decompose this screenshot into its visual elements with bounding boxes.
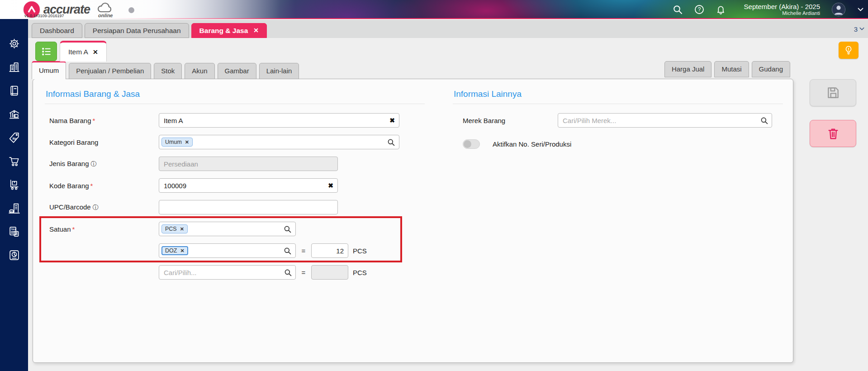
satuan-3-search-input[interactable] [159, 265, 296, 280]
remove-chip-icon[interactable]: ✕ [180, 226, 184, 232]
kode-barang-input[interactable] [159, 178, 338, 193]
search-icon[interactable] [284, 247, 291, 255]
tab-item-a[interactable]: Item A ✕ [60, 41, 107, 62]
sidebar-item-tax[interactable]: TAX [0, 220, 28, 243]
sidebar-item-sales-purchase[interactable] [0, 149, 28, 173]
upc-barcode-input[interactable] [159, 200, 338, 214]
report-chart-icon [8, 249, 20, 262]
section-informasi-barang-jasa: Informasi Barang & Jasa Nama Barang* ✖ K… [45, 86, 425, 287]
tab-akun[interactable]: Akun [185, 63, 214, 79]
user-info[interactable]: September (Akira) - 2025 Michelle Ardian… [744, 3, 820, 16]
serial-toggle-label: Aktifkan No. Seri/Produksi [493, 140, 571, 148]
sidebar-item-inventory[interactable] [0, 173, 28, 196]
sidebar-item-company[interactable] [0, 55, 28, 79]
tab-stok[interactable]: Stok [154, 63, 182, 79]
sidebar-nav: Rp TAX [0, 19, 28, 371]
main-tab-bar: Dashboard Persiapan Data Perusahaan Bara… [28, 20, 868, 38]
tab-penjualan-pembelian[interactable]: Penjualan / Pembelian [69, 63, 151, 79]
search-icon[interactable] [760, 117, 768, 124]
item-form-panel: Informasi Barang & Jasa Nama Barang* ✖ K… [33, 79, 793, 363]
tab-gudang[interactable]: Gudang [752, 61, 790, 77]
search-icon[interactable] [284, 269, 292, 276]
sidebar-item-fixed-assets[interactable] [0, 196, 28, 220]
kategori-barang-select[interactable]: Umum ✕ [159, 135, 399, 149]
help-icon[interactable]: ? [694, 5, 704, 14]
clear-input-icon[interactable]: ✖ [328, 182, 333, 189]
close-item-tab-icon[interactable]: ✕ [93, 48, 98, 56]
remove-chip-icon[interactable]: ✕ [185, 139, 189, 145]
satuan-1-chip: PCS ✕ [161, 224, 188, 233]
brand-subtitle: online [98, 13, 113, 18]
delete-button[interactable] [810, 120, 856, 147]
active-period: September (Akira) - 2025 [744, 3, 820, 10]
search-icon[interactable] [387, 138, 395, 146]
form-tab-group-right: Harga Jual Mutasi Gudang [664, 61, 790, 77]
nama-barang-label: Nama Barang* [45, 117, 159, 124]
tab-persiapan-data-perusahaan[interactable]: Persiapan Data Perusahaan [85, 23, 189, 38]
jenis-barang-input [159, 157, 338, 171]
user-name: Michelle Ardianti [744, 10, 820, 16]
required-asterisk: * [90, 182, 93, 190]
tab-umum[interactable]: Umum [32, 61, 66, 79]
tab-dashboard[interactable]: Dashboard [32, 23, 82, 38]
price-tag-rp-icon: Rp [8, 132, 20, 144]
field-nama-barang: Nama Barang* ✖ [45, 113, 425, 128]
cloud-online-icon: online [94, 1, 117, 18]
field-kategori-barang: Kategori Barang Umum ✕ [45, 135, 425, 149]
required-asterisk: * [93, 117, 95, 124]
tab-harga-jual[interactable]: Harga Jual [664, 61, 712, 77]
kode-barang-label: Kode Barang* [45, 182, 159, 190]
sidebar-item-reports[interactable] [0, 243, 28, 267]
dot-decoration [128, 7, 134, 13]
serial-number-toggle[interactable] [463, 139, 480, 149]
equals-sign: = [296, 269, 311, 276]
field-upc-barcode: UPC/Barcodeⓘ [45, 200, 425, 214]
notification-bell-icon[interactable] [716, 5, 726, 14]
tab-gambar[interactable]: Gambar [218, 63, 256, 79]
tips-bulb-icon [844, 45, 854, 56]
save-button[interactable] [810, 79, 856, 106]
section-informasi-lainnya: Informasi Lainnya Merek Barang Aktifkan … [453, 86, 783, 158]
field-jenis-barang: Jenis Barangⓘ [45, 157, 425, 171]
save-disk-icon [826, 86, 840, 100]
toggle-knob [464, 140, 471, 148]
section-title: Informasi Barang & Jasa [45, 86, 425, 104]
header-actions: ? September (Akira) - 2025 Michelle Ardi… [673, 0, 863, 19]
satuan-3-base-unit: PCS [353, 269, 367, 276]
sidebar-item-cash-bank[interactable] [0, 102, 28, 126]
tab-counter-value: 3 [854, 25, 858, 33]
clear-input-icon[interactable]: ✖ [389, 117, 395, 124]
tax-calculator-icon: TAX [8, 226, 20, 238]
satuan-1-select[interactable]: PCS ✕ [159, 222, 296, 236]
tab-barang-jasa[interactable]: Barang & Jasa ✕ [191, 23, 267, 38]
tab-mutasi[interactable]: Mutasi [714, 61, 749, 77]
equals-sign: = [296, 247, 311, 255]
field-serial-toggle: Aktifkan No. Seri/Produksi [453, 137, 783, 151]
upc-barcode-label: UPC/Barcodeⓘ [45, 203, 159, 212]
close-tab-icon[interactable]: ✕ [253, 24, 259, 38]
sidebar-item-pricing[interactable]: Rp [0, 126, 28, 149]
search-icon[interactable] [284, 225, 291, 233]
search-icon[interactable] [673, 5, 683, 14]
satuan-2-ratio-input[interactable] [311, 243, 348, 258]
satuan-2-select[interactable]: DOZ ✕ [159, 243, 296, 258]
sidebar-item-settings[interactable] [0, 32, 28, 55]
field-satuan-row-2: DOZ ✕ = PCS [45, 243, 425, 258]
svg-text:TAX: TAX [11, 228, 16, 230]
svg-text:?: ? [697, 6, 701, 13]
jenis-barang-label: Jenis Barangⓘ [45, 160, 159, 168]
kategori-chip: Umum ✕ [161, 138, 193, 147]
sidebar-item-journal[interactable] [0, 79, 28, 102]
satuan-3-ratio-input [311, 265, 348, 280]
bank-cashier-icon [8, 108, 20, 120]
tab-lain-lain[interactable]: Lain-lain [259, 63, 299, 79]
nama-barang-input[interactable] [159, 113, 399, 128]
merek-barang-input[interactable] [558, 113, 772, 128]
avatar[interactable] [832, 3, 845, 16]
company-buildings-icon [8, 61, 20, 73]
tips-button[interactable] [839, 42, 859, 59]
tab-overflow-counter[interactable]: 3 [854, 20, 864, 38]
chevron-down-icon[interactable] [857, 5, 863, 14]
item-list-button[interactable] [35, 42, 57, 61]
remove-chip-icon[interactable]: ✕ [180, 248, 184, 254]
